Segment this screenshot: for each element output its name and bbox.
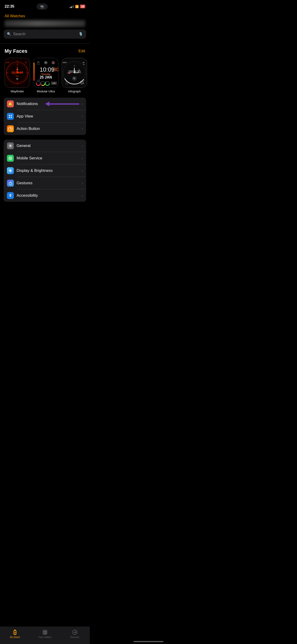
settings-item-general[interactable]: General › (4, 140, 86, 152)
svg-text:23 24: 23 24 (66, 84, 68, 84)
svg-text:🚗: 🚗 (16, 68, 18, 70)
svg-text:FRI: FRI (66, 81, 68, 83)
faces-scroll: 10:09:30 100% 22° FRI 18 (0, 58, 90, 98)
settings-item-appview[interactable]: App View › (4, 110, 86, 122)
chevron-icon: › (82, 194, 83, 198)
face-item-wayfinder[interactable]: 10:09:30 100% 22° FRI 18 (4, 58, 30, 93)
svg-text:E: E (80, 72, 82, 74)
svg-text:6: 6 (17, 84, 18, 85)
status-time: 22:35 (4, 4, 14, 9)
svg-text:📷: 📷 (16, 78, 18, 80)
face-label-modular: Modular Ultra (37, 90, 55, 93)
display-icon (7, 167, 14, 174)
status-bar: 22:35 📷 📶 18 (0, 0, 90, 12)
svg-point-73 (9, 115, 10, 116)
settings-item-display[interactable]: Display & Brightness › (4, 164, 86, 177)
wifi-icon: 📶 (75, 5, 79, 8)
general-label: General (16, 144, 79, 148)
svg-point-75 (9, 117, 10, 118)
face-label-infograph: Infograph (68, 90, 81, 93)
face-preview-modular[interactable]: 22 18 31 📷 🚗 10:09 :30 Thursday 25 JAN (33, 58, 58, 88)
svg-text:100%: 100% (62, 62, 67, 63)
svg-point-85 (10, 194, 11, 195)
svg-text:3: 3 (28, 72, 28, 74)
display-label: Display & Brightness (16, 168, 79, 173)
notifications-label: Notifications (16, 102, 79, 106)
device-name (4, 20, 85, 27)
face-item-modular[interactable]: 22 18 31 📷 🚗 10:09 :30 Thursday 25 JAN (33, 58, 58, 93)
svg-text:18 31: 18 31 (36, 63, 40, 65)
svg-text:Thursday: Thursday (41, 73, 50, 75)
appview-label: App View (16, 114, 79, 118)
notifications-icon: 🔔 (7, 100, 14, 107)
nav-back[interactable]: All Watches (0, 12, 90, 19)
svg-point-76 (11, 117, 12, 118)
svg-text:12: 12 (16, 60, 18, 62)
gestures-icon (7, 180, 14, 186)
gestures-label: Gestures (16, 181, 79, 186)
svg-point-82 (10, 170, 11, 172)
mic-icon[interactable]: 🎙️ (78, 32, 83, 36)
search-bar[interactable]: 🔍 Search 🎙️ (4, 30, 86, 39)
my-faces-header: My Faces Edit (0, 48, 90, 58)
face-preview-infograph[interactable]: 100% 18 22° 10:09:30 N S W E ✚ 🚗 (62, 58, 87, 88)
chevron-icon: › (82, 102, 83, 106)
search-icon: 🔍 (7, 32, 11, 36)
svg-text:22°: 22° (83, 64, 85, 65)
svg-text:22°: 22° (25, 62, 28, 63)
signal-icon (70, 5, 74, 8)
chevron-icon: › (82, 127, 83, 130)
svg-point-74 (11, 115, 12, 116)
chevron-icon: › (82, 144, 83, 148)
svg-text:📷: 📷 (45, 62, 47, 64)
my-faces-title: My Faces (4, 48, 28, 54)
svg-text:500: 500 (83, 80, 84, 81)
actionbutton-label: Action Button (16, 126, 79, 131)
back-label[interactable]: All Watches (4, 14, 25, 18)
settings-item-gestures[interactable]: Gestures › (4, 177, 86, 189)
settings-group-1: 🔔 Notifications › App View › (4, 98, 86, 135)
status-icons: 📶 18 (70, 4, 85, 8)
accessibility-label: Accessibility (16, 193, 79, 198)
general-icon (7, 142, 14, 149)
settings-item-accessibility[interactable]: Accessibility › (4, 189, 86, 202)
actionbutton-icon (7, 125, 14, 132)
divider (0, 43, 90, 44)
dynamic-island: 📷 (36, 4, 48, 10)
svg-text:📷: 📷 (73, 77, 76, 80)
svg-text:100: 100 (52, 82, 56, 84)
svg-text:🚗: 🚗 (68, 72, 71, 74)
edit-button[interactable]: Edit (78, 49, 85, 54)
svg-point-83 (9, 182, 12, 185)
settings-group-2: General › Mobile Service › (4, 140, 86, 202)
appview-icon (7, 113, 14, 120)
svg-text:18: 18 (82, 62, 84, 63)
svg-rect-48 (34, 63, 34, 81)
face-item-infograph[interactable]: 100% 18 22° 10:09:30 N S W E ✚ 🚗 (62, 58, 87, 93)
accessibility-icon (7, 192, 14, 199)
svg-point-81 (10, 158, 11, 159)
svg-text::30: :30 (52, 66, 58, 72)
face-label-wayfinder: Wayfinder (10, 90, 24, 93)
chevron-icon: › (82, 181, 83, 185)
svg-text:🚗: 🚗 (52, 62, 54, 64)
camera-icon: 📷 (40, 5, 44, 8)
settings-item-notifications[interactable]: 🔔 Notifications › (4, 98, 86, 110)
svg-point-19 (17, 72, 18, 74)
settings-item-actionbutton[interactable]: Action Button › (4, 122, 86, 135)
svg-text:22: 22 (37, 61, 39, 63)
svg-text:+76M: +76M (36, 80, 40, 81)
mobile-label: Mobile Service (16, 156, 79, 160)
settings-item-mobile[interactable]: Mobile Service › (4, 152, 86, 164)
svg-point-78 (10, 145, 11, 146)
chevron-icon: › (82, 114, 83, 118)
chevron-icon: › (82, 156, 83, 160)
svg-text:N: N (74, 65, 75, 66)
chevron-icon: › (82, 169, 83, 172)
svg-text:100%: 100% (6, 62, 10, 63)
face-preview-wayfinder[interactable]: 10:09:30 100% 22° FRI 18 (4, 58, 30, 88)
search-placeholder[interactable]: Search (13, 32, 77, 36)
battery-icon: 18 (80, 4, 85, 8)
mobile-icon (7, 155, 14, 162)
svg-point-72 (74, 72, 75, 73)
